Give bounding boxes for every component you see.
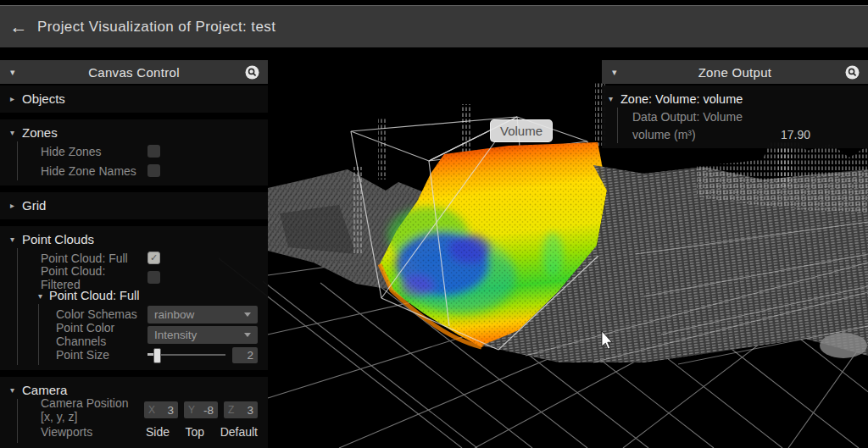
camera-y-input[interactable]: Y -8 [184, 401, 218, 418]
point-cloud-filtered-checkbox[interactable]: ✓ [147, 271, 160, 284]
check-icon: ✓ [150, 252, 158, 263]
section-label: Grid [22, 198, 46, 213]
caret-down-icon [244, 312, 251, 317]
camera-z-input[interactable]: Z 3 [224, 401, 258, 418]
point-color-channels-dropdown[interactable]: Intensity [147, 326, 258, 344]
row-label: Point Color Channels [56, 321, 147, 348]
zone-volume-metric: volume (m³) 17.90 [618, 125, 863, 143]
canvas-control-header[interactable]: ▾ Canvas Control [0, 60, 268, 84]
row-label: Viewports [41, 425, 92, 439]
section-zones[interactable]: ▾ Zones [0, 124, 263, 141]
caret-down-icon [244, 333, 251, 337]
section-label: Point Clouds [22, 232, 94, 246]
metric-label: volume (m³) [632, 128, 696, 141]
camera-x-input[interactable]: X 3 [144, 401, 178, 418]
metric-value: 17.90 [781, 128, 810, 141]
collapse-panel-icon[interactable]: ▾ [10, 67, 15, 78]
viewport-top-button[interactable]: Top [186, 425, 205, 439]
row-point-cloud-filtered: Point Cloud: Filtered ✓ [18, 268, 263, 287]
zone-volume-header[interactable]: ▾ Zone: Volume: volume [602, 90, 863, 108]
chevron-down-icon[interactable]: ▾ [10, 235, 22, 244]
zone-output-panel: ▾ Zone Output ▾ Zone: Volume: volume Dat… [602, 60, 868, 155]
axis-label: X [148, 404, 155, 416]
point-size-slider[interactable] [147, 354, 225, 356]
panel-title: Canvas Control [0, 65, 268, 80]
row-label: Hide Zone Names [41, 164, 136, 178]
zone-data-output: Data Output: Volume [618, 108, 863, 125]
viewport-side-button[interactable]: Side [146, 425, 170, 439]
panel-zoom-icon[interactable] [845, 65, 860, 80]
row-hide-zone-names: Hide Zone Names ✓ [18, 161, 263, 180]
row-label: Point Cloud: Full [41, 252, 128, 265]
subsection-label: Point Cloud: Full [49, 289, 139, 302]
hide-zones-checkbox[interactable]: ✓ [147, 145, 160, 158]
point-cloud-full-checkbox[interactable]: ✓ [147, 252, 160, 264]
axis-label: Y [188, 404, 195, 416]
row-label: Color Schemas [56, 307, 137, 321]
dropdown-value: Intensity [154, 329, 197, 341]
panel-zoom-icon[interactable] [245, 65, 259, 80]
row-point-color-channels: Point Color Channels Intensity [39, 324, 263, 345]
row-label: Hide Zones [41, 145, 102, 158]
row-label: Camera Position [x, y, z] [41, 396, 144, 423]
section-grid[interactable]: ▸ Grid [0, 196, 263, 214]
axis-value: 3 [167, 404, 174, 417]
row-viewports: Viewports Side Top Default [18, 421, 263, 443]
page-title: Project Visualization of Project: test [37, 19, 275, 36]
color-schemas-dropdown[interactable]: rainbow [147, 306, 258, 324]
section-label: Objects [22, 91, 65, 106]
row-hide-zones: Hide Zones ✓ [18, 141, 263, 161]
section-label: Camera [22, 383, 67, 397]
row-camera-position: Camera Position [x, y, z] X 3 Y -8 Z 3 [18, 399, 263, 421]
topbar: ← Project Visualization of Project: test [0, 0, 868, 47]
chevron-down-icon[interactable]: ▾ [10, 128, 22, 137]
chevron-down-icon[interactable]: ▾ [38, 291, 49, 301]
hide-zone-names-checkbox[interactable]: ✓ [147, 164, 160, 177]
chevron-down-icon[interactable]: ▾ [609, 94, 620, 103]
dropdown-value: rainbow [154, 308, 194, 321]
axis-value: 3 [247, 404, 253, 417]
back-button[interactable]: ← [0, 17, 37, 37]
section-objects[interactable]: ▸ Objects [0, 90, 263, 108]
point-size-slider-handle[interactable] [153, 348, 161, 363]
section-point-clouds[interactable]: ▾ Point Clouds [0, 230, 263, 248]
row-label: Point Size [56, 348, 109, 362]
viewport-default-button[interactable]: Default [220, 425, 258, 439]
chevron-right-icon[interactable]: ▸ [10, 94, 22, 103]
row-label: Point Cloud: Filtered [41, 264, 147, 291]
collapse-panel-icon[interactable]: ▾ [612, 67, 617, 78]
panel-title: Zone Output [602, 65, 868, 80]
section-label: Zones [22, 125, 58, 140]
axis-value: -8 [203, 404, 214, 417]
axis-label: Z [228, 404, 234, 416]
chevron-right-icon[interactable]: ▸ [10, 201, 22, 210]
row-label: Data Output: Volume [632, 110, 743, 124]
row-point-size: Point Size 2 [39, 345, 263, 365]
zone-label-volume: Volume [490, 119, 553, 142]
canvas-control-panel: ▾ Canvas Control ▸ Objects ▾ Zones Hide … [0, 60, 268, 448]
point-size-value: 2 [232, 347, 258, 363]
chevron-down-icon[interactable]: ▾ [10, 385, 22, 395]
zone-output-header[interactable]: ▾ Zone Output [602, 60, 868, 84]
zone-header-label: Zone: Volume: volume [620, 92, 743, 106]
